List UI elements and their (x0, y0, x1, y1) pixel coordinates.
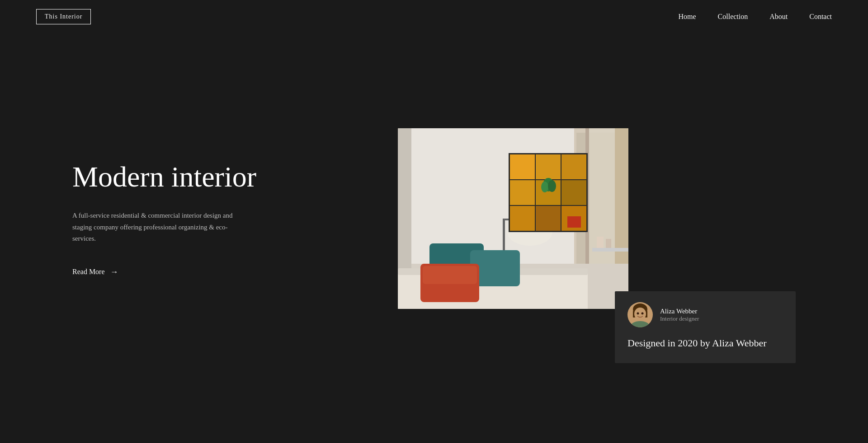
hero-title: Modern interior (72, 160, 371, 194)
design-description: Designed in 2020 by Aliza Webber (627, 336, 783, 350)
nav-collection[interactable]: Collection (718, 13, 748, 20)
designer-role: Interior designer (660, 315, 699, 322)
image-container: Aliza Webber Interior designer Designed … (398, 128, 796, 309)
svg-rect-24 (510, 180, 535, 205)
interior-image (398, 128, 628, 309)
designer-text-info: Aliza Webber Interior designer (660, 308, 699, 322)
svg-rect-31 (536, 206, 561, 231)
svg-point-27 (541, 182, 548, 192)
svg-rect-30 (510, 206, 535, 231)
svg-rect-19 (423, 266, 477, 284)
svg-point-28 (548, 180, 556, 192)
svg-rect-21 (510, 154, 535, 179)
svg-rect-29 (561, 180, 586, 205)
svg-rect-35 (592, 248, 628, 252)
nav-about[interactable]: About (769, 13, 788, 20)
svg-rect-36 (597, 237, 604, 248)
svg-rect-22 (536, 154, 561, 179)
hero-description: A full-service residential & commercial … (72, 210, 235, 245)
designer-info-card: Aliza Webber Interior designer Designed … (615, 291, 796, 363)
nav-contact[interactable]: Contact (809, 13, 832, 20)
svg-point-44 (642, 312, 644, 315)
arrow-icon: → (110, 267, 118, 277)
read-more-label: Read More (72, 268, 105, 276)
svg-point-42 (634, 308, 646, 320)
designer-name: Aliza Webber (660, 308, 699, 315)
navbar: This Interior Home Collection About Cont… (0, 0, 868, 33)
svg-rect-34 (567, 216, 581, 228)
hero-section: Modern interior A full-service residenti… (0, 33, 868, 404)
svg-point-43 (637, 312, 639, 315)
logo[interactable]: This Interior (36, 9, 91, 24)
designer-row: Aliza Webber Interior designer (627, 302, 783, 327)
hero-left-content: Modern interior A full-service residenti… (72, 160, 398, 276)
designer-avatar (627, 302, 653, 327)
read-more-button[interactable]: Read More → (72, 267, 118, 277)
svg-rect-37 (606, 239, 611, 248)
hero-right-content: Aliza Webber Interior designer Designed … (398, 128, 796, 309)
svg-rect-23 (561, 154, 586, 179)
logo-text: This Interior (45, 13, 82, 20)
nav-links: Home Collection About Contact (678, 13, 832, 21)
nav-home[interactable]: Home (678, 13, 696, 20)
